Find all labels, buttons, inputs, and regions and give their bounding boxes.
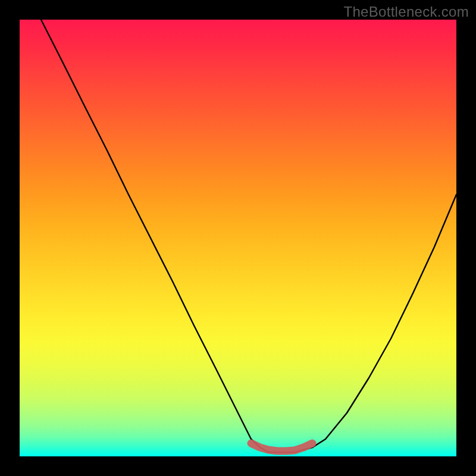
main-curve-line [41, 20, 456, 452]
plot-area [20, 20, 456, 456]
watermark-text: TheBottleneck.com [343, 4, 469, 20]
chart-svg [20, 20, 456, 456]
bottom-marker-band [251, 443, 312, 451]
chart-frame: TheBottleneck.com [0, 0, 476, 476]
